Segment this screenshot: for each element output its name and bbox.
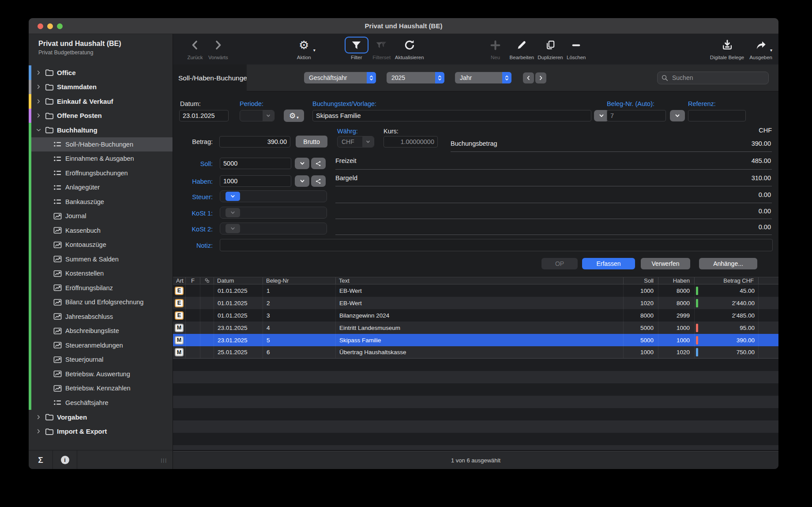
filter-select-2025[interactable]: 2025 xyxy=(387,72,444,83)
sidebar-item-bankauszüge[interactable]: Bankauszüge xyxy=(29,195,173,209)
toolbar-aktualisieren[interactable]: Aktualisieren xyxy=(395,37,424,60)
tree-chevron-right-icon[interactable] xyxy=(36,112,44,120)
referenz-input[interactable] xyxy=(688,110,746,121)
sidebar-item-geschäftsjahre[interactable]: Geschäftsjahre xyxy=(29,396,173,410)
tree-chevron-right-icon[interactable] xyxy=(36,97,44,105)
sidebar-item-kassenbuch[interactable]: Kassenbuch xyxy=(29,223,173,238)
prev-period-button[interactable] xyxy=(523,72,534,83)
form-action-gear-button[interactable]: ⚙ ▾ xyxy=(284,110,304,122)
haben-input[interactable] xyxy=(220,175,291,187)
art-badge: M xyxy=(175,336,184,344)
soll-dropdown-button[interactable] xyxy=(295,158,309,169)
toolbar-ausgeben[interactable]: ▾Ausgeben xyxy=(749,37,772,60)
list-icon xyxy=(53,154,62,163)
table-row[interactable]: M25.01.20256Übertrag Haushaltskasse10001… xyxy=(173,346,778,359)
sidebar-item-anlagegüter[interactable]: Anlagegüter xyxy=(29,180,173,195)
belegnr-dropdown-button[interactable] xyxy=(670,110,685,121)
minimize-window-button[interactable] xyxy=(47,23,53,29)
column-header-datum[interactable]: Datum xyxy=(214,277,263,284)
column-header-beleg-nr[interactable]: Beleg-Nr xyxy=(263,277,336,284)
search-field[interactable] xyxy=(657,72,769,84)
toolbar-digitale-belege[interactable]: Digitale Belege xyxy=(710,37,744,60)
sidebar-item-office[interactable]: Office xyxy=(29,65,173,80)
soll-split-button[interactable] xyxy=(311,158,326,169)
sidebar-item-einnahmen-ausgaben[interactable]: Einnahmen & Ausgaben xyxy=(29,151,173,166)
column-header-link[interactable] xyxy=(759,277,778,284)
betrag-input[interactable] xyxy=(219,136,290,148)
column-header-betrag-chf[interactable]: Betrag CHF xyxy=(695,277,759,284)
sidebar-item-stammdaten[interactable]: Stammdaten xyxy=(29,80,173,95)
sidebar-item-vorgaben[interactable]: Vorgaben xyxy=(29,410,173,424)
kost2-select[interactable] xyxy=(220,223,327,235)
sidebar-item-buchhaltung[interactable]: Buchhaltung xyxy=(29,123,173,137)
close-window-button[interactable] xyxy=(38,23,43,29)
sidebar-item-einkauf-verkauf[interactable]: Einkauf & Verkauf xyxy=(29,94,173,109)
erfassen-button[interactable]: Erfassen xyxy=(582,258,635,269)
toolbar-aktion[interactable]: ⚙▾Aktion xyxy=(294,37,314,60)
sidebar-item-eröffnungsbuchungen[interactable]: Eröffnungsbuchungen xyxy=(29,166,173,181)
toolbar-loeschen[interactable]: Löschen xyxy=(567,37,586,60)
tree-chevron-down-icon[interactable] xyxy=(36,126,44,134)
brutto-button[interactable]: Brutto xyxy=(296,136,327,148)
tree-chevron-right-icon[interactable] xyxy=(36,428,44,435)
belegnr-input[interactable] xyxy=(607,110,666,121)
list-icon xyxy=(53,140,62,149)
cell-soll: 5000 xyxy=(624,322,658,334)
kurs-input[interactable] xyxy=(383,136,438,148)
sidebar-item-offene-posten[interactable]: Offene Posten xyxy=(29,109,173,123)
sidebar-item-summen-salden[interactable]: Summen & Salden xyxy=(29,252,173,267)
verwerfen-button[interactable]: Verwerfen xyxy=(641,258,690,269)
sidebar-item-eröffnungsbilanz[interactable]: Eröffnungsbilanz xyxy=(29,281,173,295)
tree-chevron-right-icon[interactable] xyxy=(36,68,44,76)
sidebar-item-bilanz-und-erfolgsrechnung[interactable]: Bilanz und Erfolgsrechnung xyxy=(29,295,173,310)
anhaenge-button[interactable]: Anhänge... xyxy=(699,258,757,269)
filter-select-jahr[interactable]: Jahr xyxy=(455,72,511,83)
column-header-text[interactable]: Text xyxy=(336,277,624,284)
info-button[interactable]: i xyxy=(53,450,77,469)
sidebar-item-soll-haben-buchungen[interactable]: Soll-/Haben-Buchungen xyxy=(29,137,173,152)
toolbar-duplizieren[interactable]: Duplizieren xyxy=(538,37,563,60)
sidebar-item-betriebsw-auswertung[interactable]: Betriebsw. Auswertung xyxy=(29,367,173,382)
column-header-f[interactable]: F xyxy=(186,277,200,284)
table-row[interactable]: M23.01.20255Skipass Familie50001000390.0… xyxy=(173,334,778,346)
soll-input[interactable] xyxy=(220,158,291,169)
sidebar-item-kostenstellen[interactable]: Kostenstellen xyxy=(29,266,173,281)
sum-button[interactable]: Σ xyxy=(29,450,53,469)
sidebar-item-label: Jahresabschluss xyxy=(65,313,113,320)
sidebar-item-steuerjournal[interactable]: Steuerjournal xyxy=(29,352,173,367)
sidebar-item-steueranmeldungen[interactable]: Steueranmeldungen xyxy=(29,338,173,353)
cell-datum: 01.01.2025 xyxy=(214,284,263,297)
steuer-select[interactable] xyxy=(220,190,327,202)
tree-chevron-right-icon[interactable] xyxy=(36,83,44,91)
periode-select[interactable] xyxy=(240,110,274,121)
haben-dropdown-button[interactable] xyxy=(295,175,309,187)
waehrung-select[interactable]: CHF xyxy=(337,136,374,148)
toolbar-filter[interactable]: Filter xyxy=(345,37,368,60)
search-input[interactable] xyxy=(671,74,759,82)
next-period-button[interactable] xyxy=(535,72,546,83)
table-row[interactable]: E01.01.20253Bilanzgewinn 2024800029992'4… xyxy=(173,309,778,322)
kost1-select[interactable] xyxy=(220,207,327,219)
sidebar-item-betriebsw-kennzahlen[interactable]: Betriebsw. Kennzahlen xyxy=(29,381,173,396)
table-row[interactable]: E01.01.20251EB-Wert1000800045.00 xyxy=(173,284,778,297)
table-row[interactable]: M23.01.20254Eintritt Landesmuseum5000100… xyxy=(173,322,778,334)
column-header-soll[interactable]: Soll xyxy=(624,277,658,284)
notiz-input[interactable] xyxy=(220,239,773,251)
sidebar-item-jahresabschluss[interactable]: Jahresabschluss xyxy=(29,310,173,324)
column-header-haben[interactable]: Haben xyxy=(658,277,695,284)
sidebar-item-kontoauszüge[interactable]: Kontoauszüge xyxy=(29,238,173,252)
haben-split-button[interactable] xyxy=(311,175,326,187)
column-header-link[interactable] xyxy=(200,277,214,284)
filter-select-geschäftsjahr[interactable]: Geschäftsjahr xyxy=(304,72,376,83)
toolbar-bearbeiten[interactable]: Bearbeiten xyxy=(510,37,534,60)
zoom-window-button[interactable] xyxy=(57,23,63,29)
table-row[interactable]: E01.01.20252EB-Wert102080002'440.00 xyxy=(173,297,778,309)
tree-chevron-right-icon[interactable] xyxy=(36,413,44,421)
pane-resize-grip[interactable]: ||| xyxy=(161,450,167,469)
sidebar-item-abschreibungsliste[interactable]: Abschreibungsliste xyxy=(29,324,173,338)
buchungstext-input[interactable] xyxy=(312,110,591,121)
column-header-art[interactable]: Art xyxy=(173,277,186,284)
sidebar-item-import-export[interactable]: Import & Export xyxy=(29,424,173,439)
datum-input[interactable] xyxy=(179,110,229,121)
sidebar-item-journal[interactable]: Journal xyxy=(29,209,173,223)
